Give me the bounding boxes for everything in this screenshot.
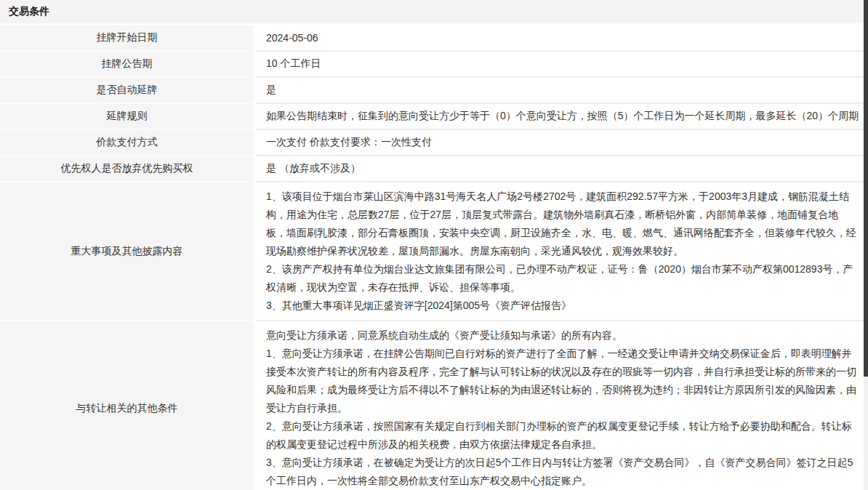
other-conditions-paragraph: 1、意向受让方须承诺，在挂牌公告期间已自行对标的资产进行了全面了解，一经递交受让… [266, 345, 858, 417]
table-row: 是否自动延牌 是 [0, 78, 864, 104]
row-label: 挂牌公告期 [0, 52, 256, 78]
disclosure-paragraph: 1、该项目位于烟台市莱山区滨海中路31号海天名人广场2号楼2702号，建筑面积2… [266, 188, 858, 260]
transaction-conditions-section: 交易条件 挂牌开始日期 2024-05-06 挂牌公告期 10 个工作日 是否自… [0, 0, 864, 490]
table-row: 延牌规则 如果公告期结束时，征集到的意向受让方少于等于（0）个意向受让方，按照（… [0, 104, 864, 130]
row-label: 重大事项及其他披露内容 [0, 182, 256, 321]
section-title: 交易条件 [0, 0, 864, 23]
row-value: 10 个工作日 [256, 52, 864, 78]
row-value: 1、该项目位于烟台市莱山区滨海中路31号海天名人广场2号楼2702号，建筑面积2… [256, 182, 864, 321]
disclosure-paragraph: 2、该房产产权持有单位为烟台业达文旅集团有限公司，已办理不动产权证，证号：鲁（2… [266, 260, 858, 297]
table-row: 与转让相关的其他条件 意向受让方须承诺，同意系统自动生成的《资产受让须知与承诺》… [0, 321, 864, 490]
row-value: 2024-05-06 [256, 25, 864, 52]
table-row: 挂牌开始日期 2024-05-06 [0, 25, 864, 52]
other-conditions-paragraph: 3、意向受让方须承诺，在被确定为受让方的次日起5个工作日内与转让方签署《资产交易… [266, 454, 858, 490]
table-row: 挂牌公告期 10 个工作日 [0, 52, 864, 78]
row-label: 与转让相关的其他条件 [0, 321, 256, 490]
conditions-table: 挂牌开始日期 2024-05-06 挂牌公告期 10 个工作日 是否自动延牌 是… [0, 25, 864, 490]
row-label: 延牌规则 [0, 104, 256, 130]
table-row: 重大事项及其他披露内容 1、该项目位于烟台市莱山区滨海中路31号海天名人广场2号… [0, 182, 864, 321]
row-value: 如果公告期结束时，征集到的意向受让方少于等于（0）个意向受让方，按照（5）个工作… [256, 104, 864, 130]
other-conditions-paragraph: 意向受让方须承诺，同意系统自动生成的《资产受让须知与承诺》的所有内容。 [266, 326, 858, 345]
row-value: 一次支付 价款支付要求：一次性支付 [256, 130, 864, 156]
vertical-scrollbar[interactable] [864, 0, 868, 490]
table-row: 价款支付方式 一次支付 价款支付要求：一次性支付 [0, 130, 864, 156]
row-label: 优先权人是否放弃优先购买权 [0, 156, 256, 182]
scrollbar-thumb[interactable] [864, 0, 868, 377]
disclosure-paragraph: 3、其他重大事项详见烟正盛资评字[2024]第005号《资产评估报告》 [266, 297, 858, 315]
table-row: 优先权人是否放弃优先购买权 是 （放弃或不涉及） [0, 156, 864, 182]
row-value: 意向受让方须承诺，同意系统自动生成的《资产受让须知与承诺》的所有内容。 1、意向… [256, 321, 864, 490]
row-label: 价款支付方式 [0, 130, 256, 156]
row-value: 是 [256, 78, 864, 104]
row-value: 是 （放弃或不涉及） [256, 156, 864, 182]
other-conditions-paragraph: 2、意向受让方须承诺，按照国家有关规定自行到相关部门办理标的资产的权属变更登记手… [266, 417, 858, 454]
row-label: 是否自动延牌 [0, 78, 256, 104]
row-label: 挂牌开始日期 [0, 25, 256, 52]
